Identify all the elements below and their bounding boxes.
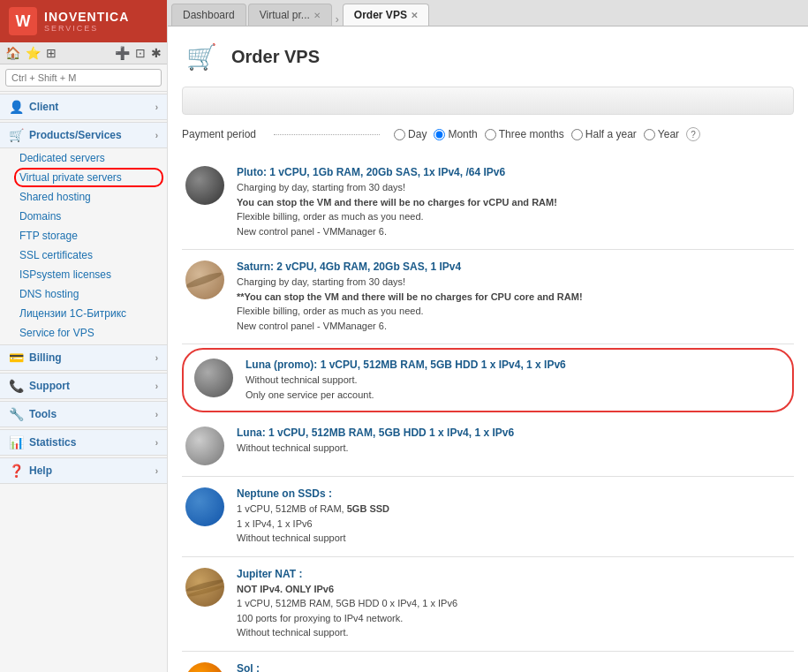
vps-info-luna-promo: Luna (promo): 1 vCPU, 512MB RAM, 5GB HDD… <box>245 359 782 402</box>
planet-jupiter-img <box>185 568 224 607</box>
period-radio-year[interactable] <box>644 129 655 140</box>
vps-desc-saturn: Charging by day, starting from 30 days! … <box>237 275 790 333</box>
vps-item-sol[interactable]: Sol : NOT IPv4. ONLY IPv6 1 vCPU, 512MB … <box>182 652 794 673</box>
period-radio-three-months[interactable] <box>485 129 496 140</box>
sidebar-home-icon[interactable]: 🏠 <box>5 46 20 60</box>
ispsystem-label: ISPsystem licenses <box>19 268 111 281</box>
vps-info-pluto: Pluto: 1 vCPU, 1Gb RAM, 20Gb SAS, 1x IPv… <box>237 166 790 238</box>
sidebar-item-ssl[interactable]: SSL certificates <box>0 245 167 265</box>
vps-desc-luna: Without technical support. <box>237 441 790 456</box>
billing-icon: 💳 <box>9 351 24 365</box>
period-option-month[interactable]: Month <box>434 128 477 140</box>
vps-item-pluto[interactable]: Pluto: 1 vCPU, 1Gb RAM, 20Gb SAS, 1x IPv… <box>182 155 794 250</box>
dedicated-label: Dedicated servers <box>19 152 105 164</box>
sidebar-item-products[interactable]: 🛒 Products/Services › <box>0 122 167 148</box>
sidebar-label-products: Products/Services <box>29 129 122 141</box>
period-option-year[interactable]: Year <box>644 128 679 140</box>
period-label-day: Day <box>408 128 427 140</box>
period-radio-day[interactable] <box>394 129 405 140</box>
support-icon: 📞 <box>9 379 24 393</box>
promo-banner <box>182 87 794 115</box>
period-radio-half-year[interactable] <box>571 129 583 140</box>
tab-virtual-pr-label: Virtual pr... <box>260 9 310 21</box>
tab-dashboard[interactable]: Dashboard <box>171 4 246 26</box>
tab-order-vps-close[interactable]: ✕ <box>411 11 418 20</box>
ftp-label: FTP storage <box>19 230 78 242</box>
period-label-month: Month <box>448 128 477 140</box>
payment-period-dots <box>274 134 380 135</box>
tools-icon: 🔧 <box>9 407 24 421</box>
vps-desc-pluto: Charging by day, starting from 30 days! … <box>237 180 790 238</box>
sidebar-grid-icon[interactable]: ⊞ <box>46 46 57 60</box>
servicevps-label: Service for VPS <box>19 327 94 339</box>
search-input[interactable] <box>5 69 162 87</box>
sidebar-item-support[interactable]: 📞 Support › <box>0 373 167 399</box>
vps-item-luna[interactable]: Luna: 1 vCPU, 512MB RAM, 5GB HDD 1 x IPv… <box>182 416 794 477</box>
support-arrow: › <box>155 381 158 391</box>
page-header: 🛒 Order VPS <box>182 37 794 76</box>
sidebar-expand-icon[interactable]: ⊡ <box>135 46 146 60</box>
period-label-half-year: Half a year <box>585 128 637 140</box>
vps-item-jupiter[interactable]: Jupiter NAT : NOT IPv4. ONLY IPv6 1 vCPU… <box>182 557 794 652</box>
sidebar-item-statistics[interactable]: 📊 Statistics › <box>0 429 167 456</box>
sidebar-item-ispsystem[interactable]: ISPsystem licenses <box>0 265 167 284</box>
sidebar-item-dns[interactable]: DNS hosting <box>0 284 167 304</box>
payment-help-icon[interactable]: ? <box>686 127 700 141</box>
tab-virtual-pr[interactable]: Virtual pr... ✕ <box>248 4 332 26</box>
vps-label: Virtual private servers <box>19 171 122 184</box>
sidebar-item-ftp[interactable]: FTP storage <box>0 226 167 245</box>
bitrix-label: Лицензии 1С-Битрикс <box>19 307 126 320</box>
vps-item-saturn[interactable]: Saturn: 2 vCPU, 4Gb RAM, 20Gb SAS, 1 IPv… <box>182 250 794 344</box>
brand-name: INOVENTICA <box>44 10 129 24</box>
page-title: Order VPS <box>231 47 320 67</box>
sidebar-item-tools[interactable]: 🔧 Tools › <box>0 401 167 427</box>
help-arrow: › <box>155 466 158 476</box>
sidebar-item-client[interactable]: 👤 Client › <box>0 94 167 120</box>
tab-order-vps-label: Order VPS <box>354 9 407 21</box>
planet-luna-img <box>185 427 224 465</box>
sidebar-star-icon[interactable]: ⭐ <box>26 46 41 60</box>
period-option-day[interactable]: Day <box>394 128 427 140</box>
sidebar-label-tools: Tools <box>29 408 57 420</box>
statistics-arrow: › <box>155 438 158 448</box>
tools-arrow: › <box>155 410 158 419</box>
tab-order-vps[interactable]: Order VPS ✕ <box>343 4 429 26</box>
vps-name-neptune: Neptune on SSDs : <box>237 487 790 500</box>
billing-arrow: › <box>155 353 158 363</box>
sidebar-label-client: Client <box>29 101 58 113</box>
tab-breadcrumb-arrow: › <box>334 13 341 26</box>
sidebar-toolbar: 🏠 ⭐ ⊞ ➕ ⊡ ✱ <box>0 42 167 64</box>
period-option-three-months[interactable]: Three months <box>485 128 564 140</box>
period-radio-month[interactable] <box>434 129 445 140</box>
payment-period-label: Payment period <box>182 128 256 140</box>
sidebar-item-shared[interactable]: Shared hosting <box>0 187 167 207</box>
sidebar-search-area <box>0 64 167 92</box>
sidebar-item-servicevps[interactable]: Service for VPS <box>0 323 167 343</box>
products-icon: 🛒 <box>9 128 24 142</box>
sidebar-item-billing[interactable]: 💳 Billing › <box>0 344 167 371</box>
period-label-year: Year <box>658 128 679 140</box>
sidebar-item-domains[interactable]: Domains <box>0 207 167 226</box>
sidebar-item-dedicated[interactable]: Dedicated servers <box>0 148 167 168</box>
vps-item-luna-promo[interactable]: Luna (promo): 1 vCPU, 512MB RAM, 5GB HDD… <box>182 348 794 412</box>
products-arrow: › <box>155 131 158 140</box>
client-arrow: › <box>155 102 158 112</box>
period-option-half-year[interactable]: Half a year <box>571 128 637 140</box>
sidebar: W INOVENTICA SERVICES 🏠 ⭐ ⊞ ➕ ⊡ ✱ 👤 Clie… <box>0 0 168 672</box>
vps-item-neptune[interactable]: Neptune on SSDs : 1 vCPU, 512MB of RAM, … <box>182 477 794 557</box>
tab-dashboard-label: Dashboard <box>183 9 235 21</box>
vps-info-jupiter: Jupiter NAT : NOT IPv4. ONLY IPv6 1 vCPU… <box>237 568 790 640</box>
vps-info-luna: Luna: 1 vCPU, 512MB RAM, 5GB HDD 1 x IPv… <box>237 427 790 456</box>
sidebar-label-help: Help <box>29 464 52 477</box>
sidebar-item-help[interactable]: ❓ Help › <box>0 457 167 484</box>
tab-virtual-pr-close[interactable]: ✕ <box>313 11 321 20</box>
main-area: Dashboard Virtual pr... ✕ › Order VPS ✕ … <box>168 0 808 672</box>
sidebar-settings-icon[interactable]: ✱ <box>151 46 162 60</box>
client-icon: 👤 <box>9 100 24 114</box>
vps-name-luna: Luna: 1 vCPU, 512MB RAM, 5GB HDD 1 x IPv… <box>237 427 790 439</box>
planet-saturn-img <box>185 260 224 299</box>
sidebar-add-icon[interactable]: ➕ <box>115 46 130 60</box>
sidebar-item-bitrix[interactable]: Лицензии 1С-Битрикс <box>0 304 167 323</box>
sidebar-item-vps[interactable]: Virtual private servers <box>0 168 167 187</box>
vps-name-luna-promo: Luna (promo): 1 vCPU, 512MB RAM, 5GB HDD… <box>245 359 782 371</box>
